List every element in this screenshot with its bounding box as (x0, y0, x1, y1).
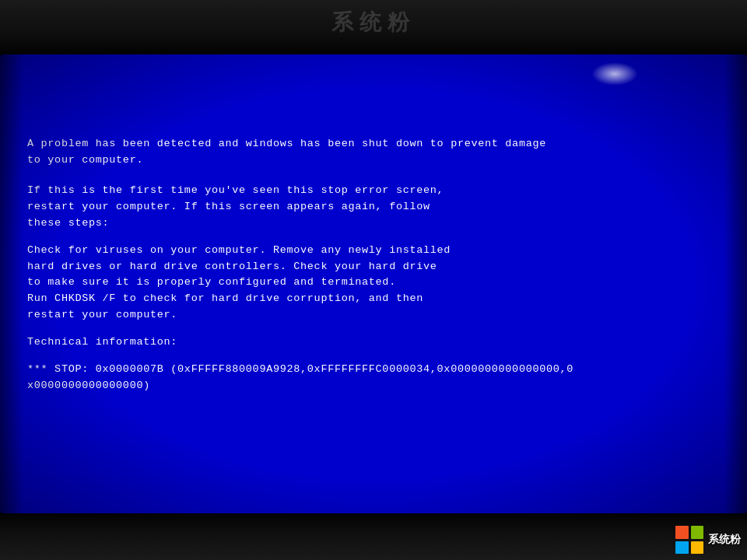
photo-frame: 系统粉 A problem has been detected and wind… (0, 0, 747, 560)
left-vignette (0, 54, 23, 513)
instructions-text: Check for viruses on your computer. Remo… (27, 243, 720, 324)
logo-red-quadrant (675, 526, 689, 539)
logo-blue-quadrant (675, 541, 689, 555)
logo-green-quadrant (691, 526, 704, 539)
logo-yellow-quadrant (691, 541, 704, 555)
watermark-site-name: 系统粉 (708, 533, 741, 547)
top-dark-area: 系统粉 (0, 0, 747, 58)
bsod-screen: A problem has been detected and windows … (8, 121, 739, 459)
top-reflection-text: 系统粉 (331, 8, 416, 37)
main-error-message: A problem has been detected and windows … (27, 136, 720, 169)
bottom-dark-area (0, 509, 747, 560)
right-vignette (724, 54, 747, 513)
first-time-message: If this is the first time you've seen th… (27, 183, 720, 232)
tech-info-label: Technical information: (27, 334, 720, 351)
stop-code: *** STOP: 0x0000007B (0xFFFFF880009A9928… (27, 362, 720, 394)
windows-logo-icon (675, 526, 703, 554)
screen-glare (591, 62, 638, 86)
monitor-screen: A problem has been detected and windows … (0, 54, 747, 513)
watermark: 系统粉 (675, 526, 741, 554)
